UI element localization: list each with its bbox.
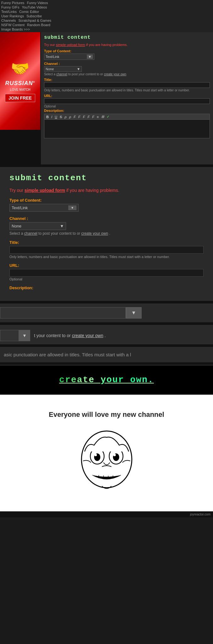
ad-join-button[interactable]: JOIN FREE xyxy=(5,94,35,102)
url-input-small[interactable] xyxy=(44,98,210,104)
channel-hint-small: Select a channel to post your content to… xyxy=(44,72,210,76)
italic-button-small[interactable]: I xyxy=(51,115,53,119)
desc-label-small: Description: xyxy=(44,109,210,112)
simple-upload-link-small[interactable]: simple upload form xyxy=(56,43,85,47)
desc-group: Description: xyxy=(9,285,204,290)
nav-nsfw[interactable]: NSFW Content xyxy=(1,23,25,27)
zoom-dropdown-row-1: ▼ xyxy=(0,303,213,322)
title-input-large[interactable] xyxy=(9,246,204,254)
divider-3 xyxy=(0,322,213,325)
channel-link-small[interactable]: channel xyxy=(56,72,67,76)
strikethrough-button-small[interactable]: S xyxy=(59,115,63,119)
site-link[interactable]: joyreactor.com xyxy=(190,513,210,516)
content-type-group: Type of Content: Text/Link ▼ xyxy=(9,198,204,212)
format-button-small[interactable]: ⊞ xyxy=(101,115,105,119)
create-own-banner: create your own. xyxy=(0,365,213,395)
zoom-title-hint: asic punctuation are allowed in titles. … xyxy=(0,347,213,362)
submit-title-small: submit content xyxy=(44,35,210,40)
zoom-dropdown-arrow-1[interactable]: ▼ xyxy=(126,307,142,319)
title-hint-large: Only letters, numbers and basic punctuat… xyxy=(9,255,204,259)
submit-title-large: submit content xyxy=(9,173,204,183)
zoom-channel-arrow[interactable]: ▼ xyxy=(19,330,30,341)
channel-select-small[interactable]: None ▼ xyxy=(44,66,82,72)
content-type-select-large[interactable]: Text/Link ▼ xyxy=(9,204,79,212)
ad-title: RUSSIAN® xyxy=(5,80,35,87)
create-own-text[interactable]: create your own. xyxy=(59,375,154,385)
small-form-panel: submit content Try our simple upload for… xyxy=(41,32,213,164)
zoomed-view-2: ▼ t your content to or create your own . xyxy=(0,325,213,344)
channel-arrow-icon: ▼ xyxy=(77,67,80,71)
nav-random[interactable]: Random Board xyxy=(27,23,50,27)
nav-user-rankings[interactable]: User Rankings xyxy=(1,14,24,18)
create-own-link-zoom[interactable]: create your own xyxy=(72,333,104,338)
zoom-channel-input[interactable] xyxy=(0,330,19,341)
font5-button-small[interactable]: F xyxy=(82,115,86,119)
footer: joyreactor.com xyxy=(0,511,213,517)
optional-text-large: Optional xyxy=(9,277,204,281)
nav-comic-editor[interactable]: Comic Editor xyxy=(19,10,39,14)
dropdown-arrow-icon: ▼ xyxy=(87,55,93,59)
title-group: Title: Only letters, numbers and basic p… xyxy=(9,240,204,259)
channel-link-large[interactable]: channel xyxy=(24,231,37,236)
nav-row-1: Funny Pictures Funny Videos xyxy=(1,1,212,5)
divider-1 xyxy=(0,164,213,167)
ad-subtitle: LOVE MATCH xyxy=(10,88,30,91)
font6-button-small[interactable]: F xyxy=(87,115,90,119)
nav-funny-pictures[interactable]: Funny Pictures xyxy=(1,1,24,5)
description-editor-small[interactable] xyxy=(44,119,210,138)
nav-subscribe[interactable]: Subscribe xyxy=(26,14,42,18)
channel-hint-large: Select a channel to post your content to… xyxy=(9,231,204,236)
nav-funny-gifs[interactable]: Funny GIFs xyxy=(1,5,19,9)
create-own-link-large[interactable]: create your own xyxy=(81,231,108,236)
try-upload-small: Try our simple upload form if you are ha… xyxy=(44,43,210,47)
bold-button-small[interactable]: B xyxy=(46,115,49,119)
divider-4 xyxy=(0,344,213,347)
svg-point-6 xyxy=(113,454,116,456)
ad-banner[interactable]: 🤝 RUSSIAN® LOVE MATCH JOIN FREE xyxy=(0,32,40,130)
left-advertisement: 🤝 RUSSIAN® LOVE MATCH JOIN FREE xyxy=(0,32,41,164)
font2-button-small[interactable]: ρ xyxy=(69,115,72,119)
divider-6 xyxy=(0,395,213,401)
simple-upload-link-large[interactable]: simple upload form xyxy=(25,188,65,193)
url-label-small: URL: xyxy=(44,94,210,98)
optional-text-small: Optional xyxy=(44,105,210,108)
underline-button-small[interactable]: U xyxy=(54,115,58,119)
editor-toolbar-small: B I U S ρ ρ F F F F F ≡ ⊞ ✓ xyxy=(44,114,210,119)
rage-face-container xyxy=(6,426,207,496)
nav-row-5: Channels Scratchpad & Games xyxy=(1,18,212,23)
nav-channels[interactable]: Channels xyxy=(1,19,16,22)
try-upload-large: Try our simple upload form if you are ha… xyxy=(9,188,204,193)
title-label-small: Title: xyxy=(44,78,210,82)
align-button-small[interactable]: ≡ xyxy=(96,115,99,119)
nav-text-links[interactable]: Text/Links xyxy=(1,10,17,14)
nav-scratchpad[interactable]: Scratchpad & Games xyxy=(18,19,51,22)
content-type-select-small[interactable]: Text/Link ▼ xyxy=(44,54,94,60)
font3-button-small[interactable]: F xyxy=(73,115,76,119)
meme-section: Everyone will love my new channel xyxy=(0,401,213,511)
zoom-input-bar-1[interactable] xyxy=(0,307,126,319)
title-hint-small: Only letters, numbers and basic punctuat… xyxy=(44,89,210,92)
font4-button-small[interactable]: F xyxy=(78,115,81,119)
font7-button-small[interactable]: F xyxy=(92,115,95,119)
create-own-link-small[interactable]: create your own xyxy=(104,72,126,76)
ad-heart-icon: 🤝 xyxy=(11,60,30,78)
channel-label-small: Channel : xyxy=(44,62,210,66)
check-button-small[interactable]: ✓ xyxy=(106,115,110,119)
top-navigation: Funny Pictures Funny Videos Funny GIFs Y… xyxy=(0,0,213,32)
type-dropdown-arrow-icon: ▼ xyxy=(68,205,76,210)
rage-face-svg xyxy=(75,426,138,496)
channel-dropdown-arrow-icon: ▼ xyxy=(60,224,64,228)
title-label-large: Title: xyxy=(9,240,204,245)
channel-select-large[interactable]: None ▼ xyxy=(9,222,66,230)
font1-button-small[interactable]: ρ xyxy=(64,115,67,119)
nav-image-boards[interactable]: Image Boards >>> xyxy=(1,27,30,31)
small-screenshot-view: 🤝 RUSSIAN® LOVE MATCH JOIN FREE submit c… xyxy=(0,32,213,164)
url-input-large[interactable] xyxy=(9,269,204,277)
type-label-small: Type of Content: xyxy=(44,49,210,53)
nav-youtube-videos[interactable]: YouTube Videos xyxy=(22,5,47,9)
svg-point-5 xyxy=(94,454,97,456)
nav-funny-videos[interactable]: Funny Videos xyxy=(27,1,48,5)
url-group: URL: Optional xyxy=(9,263,204,281)
zoomed-view-1: ▼ xyxy=(0,303,213,322)
title-input-small[interactable] xyxy=(44,82,210,88)
